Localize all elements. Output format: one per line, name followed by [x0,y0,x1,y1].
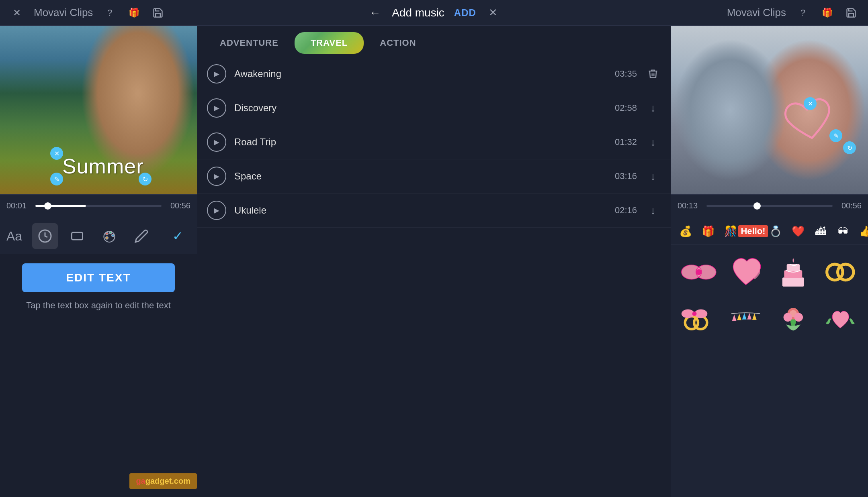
svg-point-5 [106,237,108,239]
time-start-left: 00:01 [6,201,31,210]
watermark-ga: ga [136,477,145,485]
sticker-cat-city[interactable]: 🏙 [811,222,830,241]
top-bar: ✕ Movavi Clips ? 🎁 ← Add music ADD ✕ Mov… [0,0,868,26]
svg-marker-25 [752,314,757,320]
track-name-ukulele: Ukulele [234,205,601,216]
sticker-cat-heart[interactable]: ❤️ [788,222,808,241]
timeline-row-right: 00:13 00:56 [678,201,862,210]
svg-point-29 [794,313,803,322]
sticker-handle-edit[interactable]: ✎ [829,129,842,142]
text-summer[interactable]: Summer [62,154,143,178]
timeline-bar-left[interactable] [35,205,162,207]
sticker-handle-rotate[interactable]: ↻ [843,141,856,154]
svg-point-28 [784,313,792,322]
svg-point-8 [696,269,702,275]
svg-rect-11 [782,277,804,286]
gift-button-right[interactable]: 🎁 [820,6,834,20]
play-button-ukulele[interactable]: ▶ [207,201,226,220]
center-panel: ADVENTURE TRAVEL ACTION ▶ Awakening 03:3… [197,26,671,497]
track-action-roadtrip[interactable]: ↓ [645,136,661,149]
edit-text-section: EDIT TEXT Tap the text box again to edit… [0,254,197,320]
add-music-button[interactable]: ADD [454,7,476,18]
gift-button-left[interactable]: 🎁 [127,6,141,20]
time-end-right: 00:56 [837,201,862,210]
play-button-roadtrip[interactable]: ▶ [207,132,226,152]
play-button-awakening[interactable]: ▶ [207,64,226,84]
sticker-overlay: ✕ ✎ ↻ [671,26,868,194]
timeline-left: 00:01 00:56 [0,194,197,218]
video-preview-left: ✕ Summer ✎ ↻ [0,26,197,194]
music-track-awakening[interactable]: ▶ Awakening 03:35 [197,57,671,91]
sticker-cat-money[interactable]: 💰 [676,222,695,241]
sticker-heart-laurel[interactable] [819,298,862,341]
pen-tool-button[interactable] [129,223,154,249]
svg-marker-23 [742,313,747,320]
edit-text-button[interactable]: EDIT TEXT [22,263,175,292]
main-content: ✕ Summer ✎ ↻ 00:01 00:56 Aa [0,26,868,497]
track-duration-awakening: 03:35 [609,69,637,79]
help-button-right[interactable]: ? [796,6,810,20]
sticker-cat-party[interactable]: 🎊 [721,222,740,241]
app-title-right: Movavi Clips [727,6,786,19]
tab-adventure[interactable]: ADVENTURE [204,32,295,54]
music-list: ▶ Awakening 03:35 ▶ Discovery 02:58 ↓ [197,54,671,497]
sticker-bouquet[interactable] [772,298,815,341]
sticker-cake[interactable] [772,251,815,293]
tap-hint: Tap the text box again to edit the text [26,300,171,311]
svg-marker-24 [747,313,752,320]
timeline-bar-right[interactable] [706,205,833,207]
app-title-left: Movavi Clips [34,6,93,19]
watermark: gagadget.com [129,473,197,489]
sticker-rings-gold[interactable] [819,251,862,293]
sticker-cat-glasses[interactable]: 🕶 [833,222,853,241]
close-button-left[interactable]: ✕ [10,6,24,20]
save-button-right[interactable] [844,6,858,20]
palette-tool-button[interactable] [96,223,122,249]
play-button-discovery[interactable]: ▶ [207,98,226,118]
aa-label: Aa [6,229,26,244]
track-action-ukulele[interactable]: ↓ [645,204,661,217]
right-panel: ✕ ✎ ↻ 00:13 00:56 💰 🎁 [671,26,868,497]
sticker-handle-close[interactable]: ✕ [804,97,817,110]
music-track-space[interactable]: ▶ Space 03:16 ↓ [197,159,671,194]
sticker-hearts[interactable] [725,251,768,293]
left-panel: ✕ Summer ✎ ↻ 00:01 00:56 Aa [0,26,197,497]
track-action-space[interactable]: ↓ [645,170,661,183]
sticker-cat-wedding[interactable]: 💍 [766,222,785,241]
text-overlay[interactable]: ✕ Summer ✎ ↻ [62,154,143,178]
music-track-roadtrip[interactable]: ▶ Road Trip 01:32 ↓ [197,125,671,159]
clock-tool-button[interactable] [32,223,58,249]
sticker-cat-gift[interactable]: 🎁 [698,222,718,241]
sticker-bow[interactable] [678,251,720,293]
sticker-grid [671,244,868,347]
sticker-rings-bow[interactable] [678,298,720,341]
text-handle-edit[interactable]: ✎ [50,173,63,185]
help-button-left[interactable]: ? [102,6,117,20]
sticker-cat-hello[interactable]: Hello! [743,222,763,241]
svg-marker-22 [737,314,742,320]
track-action-discovery[interactable]: ↓ [645,102,661,114]
top-bar-left: ✕ Movavi Clips ? 🎁 [0,6,197,20]
track-duration-space: 03:16 [609,171,637,181]
track-action-awakening[interactable] [645,68,661,79]
text-handle-close[interactable]: ✕ [50,147,63,160]
tab-action[interactable]: ACTION [364,32,432,54]
sticker-bunting[interactable] [725,298,768,341]
music-track-discovery[interactable]: ▶ Discovery 02:58 ↓ [197,91,671,125]
time-start-right: 00:13 [678,201,702,210]
svg-point-20 [692,312,697,316]
back-button[interactable]: ← [368,6,382,20]
svg-rect-1 [72,232,83,240]
tab-travel[interactable]: TRAVEL [295,32,364,54]
svg-point-15 [838,264,854,280]
video-preview-right: ✕ ✎ ↻ [671,26,868,194]
confirm-button-left[interactable]: ✓ [165,223,190,249]
svg-rect-12 [784,270,802,278]
close-music-button[interactable]: ✕ [486,6,500,20]
sticker-cat-thumbs[interactable]: 👍 [856,222,868,241]
timeline-row-left: 00:01 00:56 [6,201,190,210]
music-track-ukulele[interactable]: ▶ Ukulele 02:16 ↓ [197,194,671,228]
save-button-left[interactable] [151,6,165,20]
play-button-space[interactable]: ▶ [207,167,226,186]
rect-tool-button[interactable] [64,223,90,249]
